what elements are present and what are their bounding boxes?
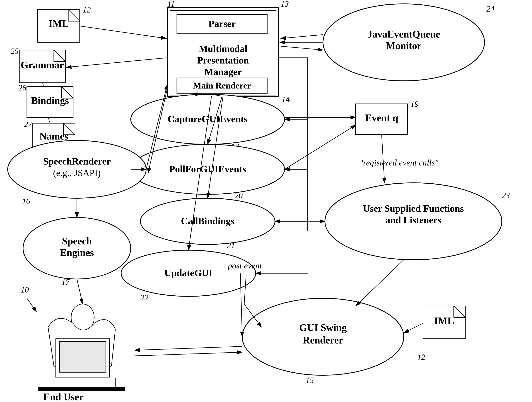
gui-swing-renderer-node: GUI Swing Renderer: [242, 298, 404, 375]
svg-text:PollForGUIEvents: PollForGUIEvents: [169, 164, 246, 174]
diagram-container: IML 12 Grammar 25 Bindings 26 Names 27 P…: [0, 0, 532, 402]
svg-text:Monitor: Monitor: [386, 40, 422, 51]
svg-text:post event: post event: [227, 261, 262, 270]
event-q-node: Event q: [356, 104, 408, 135]
svg-rect-81: [38, 387, 125, 391]
svg-text:UpdateGUI: UpdateGUI: [165, 267, 212, 278]
mpm-node: Parser Multimodal Presentation Manager M…: [167, 8, 279, 96]
svg-text:GUI Swing: GUI Swing: [299, 322, 347, 333]
svg-text:Engines: Engines: [60, 247, 94, 258]
iml-top-node: IML: [38, 10, 80, 42]
svg-text:21: 21: [227, 241, 235, 250]
svg-text:19: 19: [411, 100, 418, 109]
svg-text:12: 12: [83, 5, 91, 14]
svg-text:22: 22: [140, 293, 148, 302]
svg-text:23: 23: [502, 191, 510, 200]
update-gui-node: UpdateGUI: [121, 250, 256, 296]
svg-text:13: 13: [281, 0, 289, 8]
java-event-queue-node: JavaEventQueue Monitor: [323, 4, 485, 81]
svg-text:15: 15: [306, 376, 314, 385]
svg-text:and Listeners: and Listeners: [386, 214, 441, 225]
svg-text:End User: End User: [43, 391, 83, 402]
svg-text:IML: IML: [434, 315, 454, 326]
svg-text:11: 11: [167, 0, 175, 8]
poll-for-gui-events-node: PollForGUIEvents: [131, 144, 285, 194]
svg-text:SpeechRenderer: SpeechRenderer: [43, 156, 111, 167]
grammar-node: Grammar: [19, 50, 65, 83]
svg-rect-79: [60, 342, 106, 372]
svg-text:JavaEventQueue: JavaEventQueue: [367, 29, 440, 40]
call-bindings-node: CallBindings: [140, 198, 275, 244]
svg-text:10: 10: [21, 285, 29, 294]
svg-text:Presentation: Presentation: [197, 55, 249, 66]
svg-text:Bindings: Bindings: [31, 95, 69, 106]
svg-text:Names: Names: [39, 131, 68, 142]
svg-text:Parser: Parser: [209, 18, 236, 29]
svg-text:Renderer: Renderer: [303, 335, 343, 346]
svg-text:24: 24: [487, 4, 494, 13]
user-supplied-node: User Supplied Functions and Listeners: [325, 183, 502, 260]
svg-text:16: 16: [22, 197, 30, 206]
svg-text:25: 25: [11, 47, 19, 56]
svg-text:Main Renderer: Main Renderer: [193, 81, 251, 91]
svg-text:14: 14: [282, 95, 290, 104]
svg-text:Multimodal: Multimodal: [199, 43, 247, 54]
svg-text:Event q: Event q: [365, 112, 398, 123]
svg-text:26: 26: [18, 83, 26, 92]
svg-text:17: 17: [62, 278, 70, 286]
speech-renderer-node: SpeechRenderer (e.g., JSAPI): [8, 141, 146, 198]
capture-gui-events-node: CaptureGUIEvents: [131, 94, 285, 144]
svg-text:27: 27: [24, 120, 32, 129]
speech-engines-node: Speech Engines: [23, 217, 131, 279]
svg-rect-80: [52, 378, 115, 388]
svg-text:CallBindings: CallBindings: [181, 215, 234, 226]
svg-text:(e.g., JSAPI): (e.g., JSAPI): [53, 168, 101, 178]
svg-text:Speech: Speech: [62, 235, 92, 246]
svg-text:IML: IML: [49, 18, 69, 29]
svg-text:20: 20: [234, 191, 243, 200]
svg-text:Grammar: Grammar: [21, 59, 64, 71]
svg-text:Manager: Manager: [204, 66, 242, 77]
svg-text:"registered event calls": "registered event calls": [360, 158, 438, 168]
svg-text:12: 12: [417, 353, 425, 362]
bindings-node: Bindings: [27, 87, 73, 117]
svg-text:User Supplied Functions: User Supplied Functions: [363, 203, 464, 214]
iml-bottom-node: IML: [423, 306, 465, 339]
